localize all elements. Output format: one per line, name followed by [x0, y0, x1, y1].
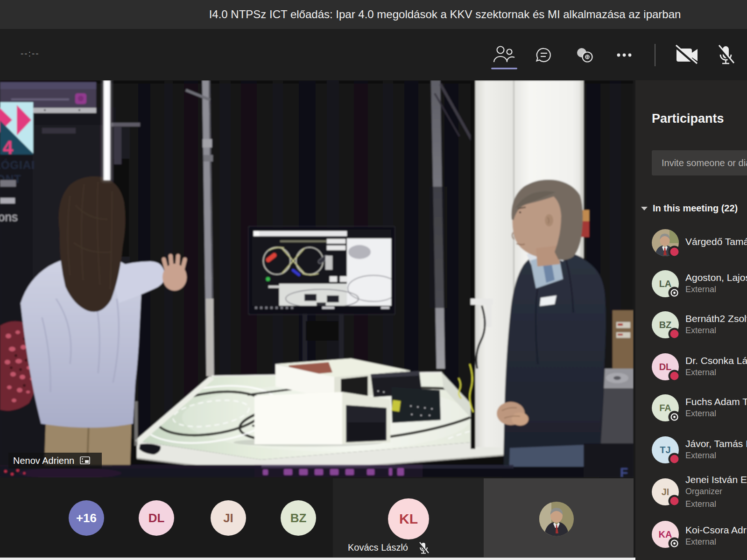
svg-text:ons: ons: [0, 210, 18, 224]
svg-text:NOLÓGIAI: NOLÓGIAI: [0, 159, 35, 171]
svg-text:F: F: [620, 465, 628, 477]
svg-text:4: 4: [3, 137, 14, 158]
